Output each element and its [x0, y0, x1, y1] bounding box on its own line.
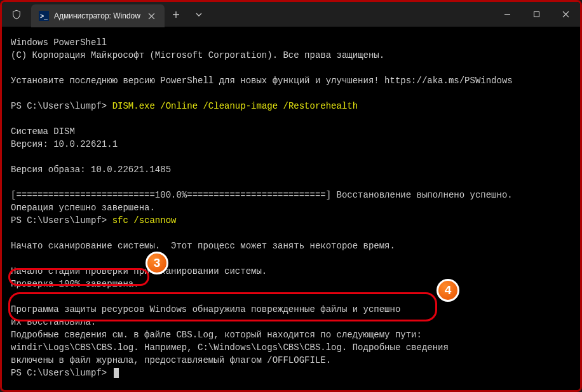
- tab-dropdown-icon[interactable]: [187, 2, 210, 27]
- prompt: PS C:\Users\lumpf>: [11, 368, 112, 378]
- output-line: (C) Корпорация Майкрософт (Microsoft Cor…: [11, 50, 384, 60]
- prompt: PS C:\Users\lumpf>: [11, 215, 112, 226]
- output-line: Операция успешно завершена.: [11, 203, 155, 213]
- output-line: [==========================100.0%=======…: [11, 190, 513, 200]
- output-line: Версия образа: 10.0.22621.1485: [11, 165, 171, 175]
- output-line: включены в файл журнала, предоставляемый…: [11, 355, 331, 365]
- powershell-icon: >_: [39, 11, 49, 21]
- command-text: DISM.exe /Online /Cleanup-image /Restore…: [112, 101, 358, 111]
- output-line: Подробные сведения см. в файле CBS.Log, …: [11, 330, 422, 340]
- terminal-output[interactable]: Windows PowerShell (C) Корпорация Майкро…: [2, 27, 580, 390]
- titlebar-drag-area[interactable]: [210, 2, 492, 27]
- close-button[interactable]: [551, 2, 580, 27]
- output-line: Cистема DISM: [11, 126, 75, 137]
- new-tab-button[interactable]: [165, 2, 187, 27]
- close-tab-icon[interactable]: [146, 10, 157, 22]
- titlebar[interactable]: >_ Администратор: Windows Po: [2, 2, 580, 27]
- output-line: Windows PowerShell: [11, 37, 107, 48]
- shield-icon[interactable]: [2, 2, 31, 27]
- prompt: PS C:\Users\lumpf>: [11, 101, 112, 111]
- output-line: windir\Logs\CBS\CBS.log. Например, C:\Wi…: [11, 342, 449, 353]
- window-controls: [492, 2, 580, 27]
- command-text: sfc /scannow: [112, 215, 177, 226]
- output-line: Проверка 100% завершена.: [11, 279, 139, 289]
- tab-title: Администратор: Windows Po: [54, 11, 140, 20]
- svg-rect-0: [534, 12, 539, 17]
- output-line: Начало стадии проверки при сканировании …: [11, 266, 267, 276]
- terminal-window: >_ Администратор: Windows Po Windows Pow…: [0, 0, 582, 392]
- output-line: Начато сканирование системы. Этот процес…: [11, 241, 395, 251]
- output-line: Версия: 10.0.22621.1: [11, 139, 118, 149]
- tab-active[interactable]: >_ Администратор: Windows Po: [31, 4, 165, 27]
- output-line: Программа защиты ресурсов Windows обнару…: [11, 304, 400, 314]
- output-line: Установите последнюю версию PowerShell д…: [11, 76, 513, 86]
- maximize-button[interactable]: [522, 2, 551, 27]
- minimize-button[interactable]: [492, 2, 522, 27]
- output-line: их восстановила.: [11, 317, 96, 327]
- cursor: [114, 368, 119, 378]
